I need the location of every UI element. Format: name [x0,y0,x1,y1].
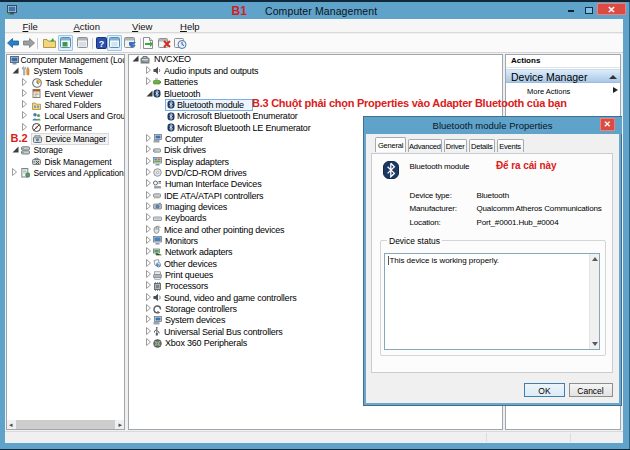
svg-text:?: ? [157,263,160,268]
svg-text:?: ? [98,38,104,48]
